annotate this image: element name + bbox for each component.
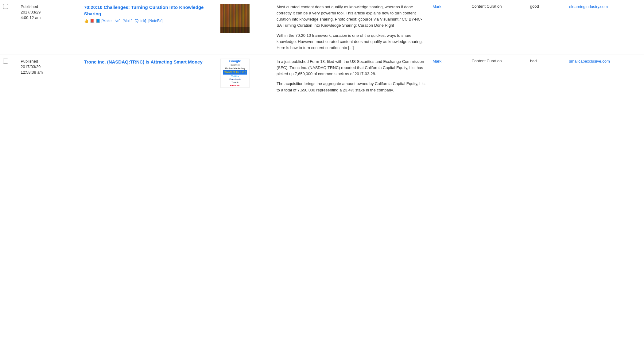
thumbnail-cell: GoogleInternetOnline MarketingContent Is… (217, 55, 274, 97)
status-text: Published (21, 59, 78, 64)
status-text: Published (21, 4, 78, 10)
article-thumbnail (220, 4, 250, 33)
row-checkbox[interactable] (3, 4, 8, 9)
wordcloud-word: Google (229, 59, 241, 63)
emoji-icon: 📘 (96, 19, 100, 23)
row-checkbox[interactable] (3, 59, 8, 64)
quality-text: good (527, 0, 566, 55)
emoji-icon: 📕 (90, 19, 95, 23)
category-text: Content Curation (468, 55, 527, 97)
quality-text: bad (527, 55, 566, 97)
category-text: Content Curation (468, 0, 527, 55)
table-row: Published2017/03/2912:58:38 amTronc Inc.… (0, 55, 644, 97)
description-text: In a just published Form 13, filed with … (277, 59, 426, 77)
mark-link[interactable]: Mark (433, 4, 441, 9)
source-link[interactable]: elearningindustry.com (569, 4, 608, 9)
description-text: Most curated content does not qualify as… (277, 4, 426, 29)
article-title-link[interactable]: Tronc Inc. (NASDAQ:TRNC) is Attracting S… (84, 59, 203, 64)
content-table: Published2017/03/294:00:12 am70:20:10 Ch… (0, 0, 644, 97)
wordcloud-word: Pinterest (230, 84, 240, 87)
description-text: The acquisition brings the aggregate amo… (277, 81, 426, 93)
wordcloud-word: Internet (231, 64, 239, 67)
action-link[interactable]: [Quick] (135, 19, 146, 23)
time-text: 4:00:12 am (21, 15, 78, 21)
action-link[interactable]: [Multi] (122, 19, 132, 23)
action-link[interactable]: [NoteBk] (148, 19, 162, 23)
date-text: 2017/03/29 (21, 10, 78, 15)
date-text: 2017/03/29 (21, 64, 78, 70)
article-thumbnail: GoogleInternetOnline MarketingContent Is… (220, 59, 250, 88)
emoji-icon: 👍 (84, 19, 89, 23)
wordcloud-word: Online Marketing (225, 67, 245, 70)
description-cell: Most curated content does not qualify as… (274, 0, 429, 55)
wordcloud-word: Facebook (229, 78, 241, 81)
time-text: 12:58:38 am (21, 70, 78, 75)
article-title-link[interactable]: 70:20:10 Challenges: Turning Curation In… (84, 5, 204, 16)
action-links: 👍📕📘[Make Live] [Multi] [Quick] [NoteBk] (84, 19, 215, 23)
action-link[interactable]: [Make Live] (102, 19, 120, 23)
thumbnail-cell (217, 0, 274, 55)
description-cell: In a just published Form 13, filed with … (274, 55, 429, 97)
description-text: Within the 70:20:10 framework, curation … (277, 33, 426, 51)
wordcloud-word: Twitter (231, 75, 239, 78)
table-row: Published2017/03/294:00:12 am70:20:10 Ch… (0, 0, 644, 55)
mark-link[interactable]: Mark (433, 59, 441, 64)
emoji-icons: 👍📕📘 (84, 19, 100, 23)
wordcloud-word: Tumblr (231, 81, 239, 84)
source-link[interactable]: smallcapexclusive.com (569, 59, 610, 64)
wordcloud-word: Content Is King (223, 70, 247, 75)
